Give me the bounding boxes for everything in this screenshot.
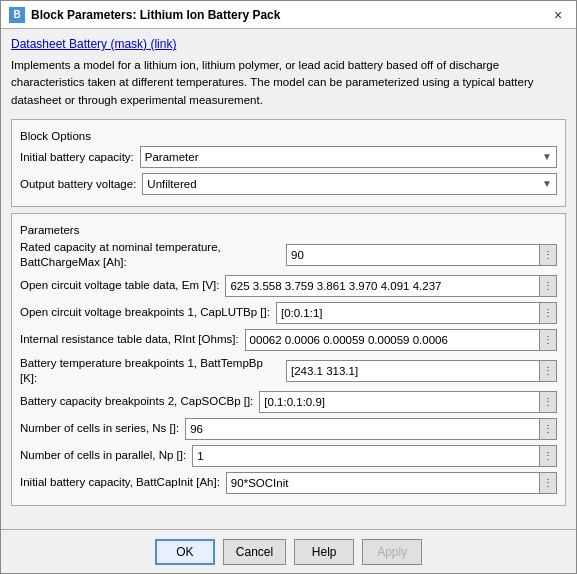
parameter-rows-container: Rated capacity at nominal temperature, B… bbox=[20, 240, 557, 494]
param-input-wrap-0: ⋮ bbox=[286, 244, 557, 266]
param-input-wrap-4: ⋮ bbox=[286, 360, 557, 382]
param-row-2: Open circuit voltage breakpoints 1, CapL… bbox=[20, 302, 557, 324]
param-input-wrap-8: ⋮ bbox=[226, 472, 557, 494]
param-label-3: Internal resistance table data, RInt [Oh… bbox=[20, 332, 239, 347]
param-label-1: Open circuit voltage table data, Em [V]: bbox=[20, 278, 219, 293]
param-label-8: Initial battery capacity, BattCapInit [A… bbox=[20, 475, 220, 490]
description-text: Implements a model for a lithium ion, li… bbox=[11, 57, 566, 109]
title-bar: B Block Parameters: Lithium Ion Battery … bbox=[1, 1, 576, 29]
param-row-1: Open circuit voltage table data, Em [V]:… bbox=[20, 275, 557, 297]
param-input-3[interactable] bbox=[245, 329, 539, 351]
param-input-8[interactable] bbox=[226, 472, 539, 494]
param-input-1[interactable] bbox=[225, 275, 539, 297]
close-button[interactable]: × bbox=[548, 5, 568, 25]
output-voltage-label: Output battery voltage: bbox=[20, 178, 136, 190]
param-row-6: Number of cells in series, Ns []:⋮ bbox=[20, 418, 557, 440]
param-ellipsis-btn-1[interactable]: ⋮ bbox=[539, 275, 557, 297]
param-row-5: Battery capacity breakpoints 2, CapSOCBp… bbox=[20, 391, 557, 413]
param-ellipsis-btn-6[interactable]: ⋮ bbox=[539, 418, 557, 440]
param-input-wrap-5: ⋮ bbox=[259, 391, 557, 413]
param-ellipsis-btn-4[interactable]: ⋮ bbox=[539, 360, 557, 382]
param-row-3: Internal resistance table data, RInt [Oh… bbox=[20, 329, 557, 351]
param-ellipsis-btn-8[interactable]: ⋮ bbox=[539, 472, 557, 494]
block-options-header: Block Options bbox=[20, 130, 557, 142]
param-row-8: Initial battery capacity, BattCapInit [A… bbox=[20, 472, 557, 494]
dialog-footer: OK Cancel Help Apply bbox=[1, 529, 576, 573]
output-voltage-dropdown[interactable]: Unfiltered ▼ bbox=[142, 173, 557, 195]
window-icon: B bbox=[9, 7, 25, 23]
help-button[interactable]: Help bbox=[294, 539, 354, 565]
cancel-button[interactable]: Cancel bbox=[223, 539, 286, 565]
ok-button[interactable]: OK bbox=[155, 539, 215, 565]
param-input-wrap-2: ⋮ bbox=[276, 302, 557, 324]
datasheet-link-line: Datasheet Battery (mask) (link) bbox=[11, 37, 566, 51]
output-voltage-arrow: ▼ bbox=[542, 178, 552, 189]
initial-capacity-arrow: ▼ bbox=[542, 151, 552, 162]
title-bar-left: B Block Parameters: Lithium Ion Battery … bbox=[9, 7, 280, 23]
param-input-6[interactable] bbox=[185, 418, 539, 440]
output-voltage-row: Output battery voltage: Unfiltered ▼ bbox=[20, 173, 557, 195]
apply-button[interactable]: Apply bbox=[362, 539, 422, 565]
initial-capacity-value: Parameter bbox=[145, 151, 199, 163]
param-label-2: Open circuit voltage breakpoints 1, CapL… bbox=[20, 305, 270, 320]
dialog-window: B Block Parameters: Lithium Ion Battery … bbox=[0, 0, 577, 574]
datasheet-link[interactable]: Datasheet Battery (mask) (link) bbox=[11, 37, 176, 51]
window-title: Block Parameters: Lithium Ion Battery Pa… bbox=[31, 8, 280, 22]
initial-capacity-dropdown[interactable]: Parameter ▼ bbox=[140, 146, 557, 168]
param-label-5: Battery capacity breakpoints 2, CapSOCBp… bbox=[20, 394, 253, 409]
param-label-0: Rated capacity at nominal temperature, B… bbox=[20, 240, 280, 270]
param-label-6: Number of cells in series, Ns []: bbox=[20, 421, 179, 436]
param-input-wrap-6: ⋮ bbox=[185, 418, 557, 440]
param-row-0: Rated capacity at nominal temperature, B… bbox=[20, 240, 557, 270]
output-voltage-control: Unfiltered ▼ bbox=[142, 173, 557, 195]
param-input-7[interactable] bbox=[192, 445, 539, 467]
initial-capacity-label: Initial battery capacity: bbox=[20, 151, 134, 163]
param-input-5[interactable] bbox=[259, 391, 539, 413]
parameters-frame: Parameters Rated capacity at nominal tem… bbox=[11, 213, 566, 506]
param-row-4: Battery temperature breakpoints 1, BattT… bbox=[20, 356, 557, 386]
initial-capacity-row: Initial battery capacity: Parameter ▼ bbox=[20, 146, 557, 168]
param-row-7: Number of cells in parallel, Np []:⋮ bbox=[20, 445, 557, 467]
param-input-2[interactable] bbox=[276, 302, 539, 324]
content-area: Datasheet Battery (mask) (link) Implemen… bbox=[1, 29, 576, 529]
param-label-4: Battery temperature breakpoints 1, BattT… bbox=[20, 356, 280, 386]
output-voltage-value: Unfiltered bbox=[147, 178, 196, 190]
initial-capacity-control: Parameter ▼ bbox=[140, 146, 557, 168]
param-ellipsis-btn-7[interactable]: ⋮ bbox=[539, 445, 557, 467]
param-input-4[interactable] bbox=[286, 360, 539, 382]
param-ellipsis-btn-5[interactable]: ⋮ bbox=[539, 391, 557, 413]
parameters-header: Parameters bbox=[20, 224, 557, 236]
param-input-wrap-3: ⋮ bbox=[245, 329, 557, 351]
param-ellipsis-btn-0[interactable]: ⋮ bbox=[539, 244, 557, 266]
param-input-wrap-7: ⋮ bbox=[192, 445, 557, 467]
param-label-7: Number of cells in parallel, Np []: bbox=[20, 448, 186, 463]
param-ellipsis-btn-3[interactable]: ⋮ bbox=[539, 329, 557, 351]
param-ellipsis-btn-2[interactable]: ⋮ bbox=[539, 302, 557, 324]
block-options-frame: Block Options Initial battery capacity: … bbox=[11, 119, 566, 207]
param-input-wrap-1: ⋮ bbox=[225, 275, 557, 297]
param-input-0[interactable] bbox=[286, 244, 539, 266]
